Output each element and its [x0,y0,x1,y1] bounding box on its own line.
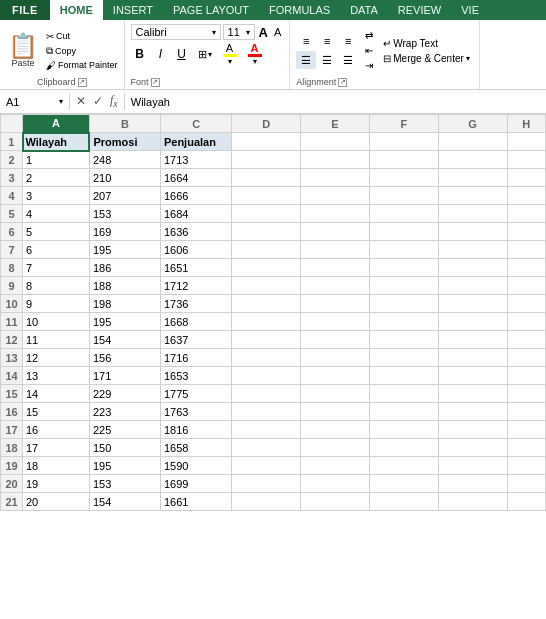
col-header-E[interactable]: E [301,115,370,133]
cell-F3[interactable] [369,169,438,187]
cell-G17[interactable] [438,421,507,439]
font-shrink-button[interactable]: A [272,26,283,38]
cell-B18[interactable]: 150 [89,439,160,457]
cell-F11[interactable] [369,313,438,331]
cell-G2[interactable] [438,151,507,169]
cell-F10[interactable] [369,295,438,313]
cell-C10[interactable]: 1736 [160,295,231,313]
cell-G5[interactable] [438,205,507,223]
cell-B2[interactable]: 248 [89,151,160,169]
cell-C19[interactable]: 1590 [160,457,231,475]
formula-content[interactable]: Wilayah [125,96,546,108]
cell-E9[interactable] [301,277,370,295]
copy-button[interactable]: ⧉ Copy [44,44,120,58]
border-button[interactable]: ⊞ ▾ [194,45,216,63]
row-header-7[interactable]: 7 [1,241,23,259]
cell-H1[interactable] [507,133,545,151]
row-header-12[interactable]: 12 [1,331,23,349]
row-header-8[interactable]: 8 [1,259,23,277]
bold-button[interactable]: B [131,45,149,63]
cell-D15[interactable] [232,385,301,403]
cell-F13[interactable] [369,349,438,367]
cell-A19[interactable]: 18 [23,457,90,475]
cell-D13[interactable] [232,349,301,367]
align-top-center[interactable]: ≡ [317,32,337,50]
cell-A3[interactable]: 2 [23,169,90,187]
cell-D19[interactable] [232,457,301,475]
clipboard-expand-icon[interactable]: ↗ [78,78,87,87]
font-size-dropdown[interactable]: 11 ▾ [223,24,255,40]
cell-F8[interactable] [369,259,438,277]
cell-A21[interactable]: 20 [23,493,90,511]
cell-G8[interactable] [438,259,507,277]
row-header-9[interactable]: 9 [1,277,23,295]
cell-C4[interactable]: 1666 [160,187,231,205]
cell-D4[interactable] [232,187,301,205]
cell-G21[interactable] [438,493,507,511]
row-header-16[interactable]: 16 [1,403,23,421]
align-middle-center[interactable]: ☰ [317,51,337,69]
cell-G1[interactable] [438,133,507,151]
align-middle-right[interactable]: ☰ [338,51,358,69]
cell-F9[interactable] [369,277,438,295]
cell-B4[interactable]: 207 [89,187,160,205]
cell-B15[interactable]: 229 [89,385,160,403]
cell-B6[interactable]: 169 [89,223,160,241]
cell-F7[interactable] [369,241,438,259]
cell-E15[interactable] [301,385,370,403]
cell-B17[interactable]: 225 [89,421,160,439]
cut-button[interactable]: ✂ Cut [44,30,120,43]
cell-H17[interactable] [507,421,545,439]
tab-home[interactable]: HOME [50,0,103,20]
cell-C15[interactable]: 1775 [160,385,231,403]
col-header-B[interactable]: B [89,115,160,133]
cell-A2[interactable]: 1 [23,151,90,169]
cell-C1[interactable]: Penjualan [160,133,231,151]
cell-H14[interactable] [507,367,545,385]
paste-button[interactable]: 📋 Paste [4,32,42,70]
merge-center-button[interactable]: ⊟ Merge & Center ▾ [380,52,473,65]
cell-H6[interactable] [507,223,545,241]
tab-review[interactable]: REVIEW [388,0,451,20]
row-header-10[interactable]: 10 [1,295,23,313]
row-header-15[interactable]: 15 [1,385,23,403]
cell-reference[interactable]: A1 ▾ [0,94,70,110]
cell-F17[interactable] [369,421,438,439]
font-name-dropdown[interactable]: Calibri ▾ [131,24,221,40]
cell-D18[interactable] [232,439,301,457]
cell-A18[interactable]: 17 [23,439,90,457]
cell-F14[interactable] [369,367,438,385]
cell-G4[interactable] [438,187,507,205]
cell-C21[interactable]: 1661 [160,493,231,511]
cell-C5[interactable]: 1684 [160,205,231,223]
cell-C14[interactable]: 1653 [160,367,231,385]
cell-B5[interactable]: 153 [89,205,160,223]
format-painter-button[interactable]: 🖌 Format Painter [44,59,120,72]
cell-F5[interactable] [369,205,438,223]
cell-E11[interactable] [301,313,370,331]
insert-function-button[interactable]: fx [108,93,120,109]
tab-formulas[interactable]: FORMULAS [259,0,340,20]
cell-C7[interactable]: 1606 [160,241,231,259]
cell-F12[interactable] [369,331,438,349]
cell-H4[interactable] [507,187,545,205]
col-header-F[interactable]: F [369,115,438,133]
indent-decrease-button[interactable]: ⇤ [362,44,376,57]
cell-E21[interactable] [301,493,370,511]
cell-A14[interactable]: 13 [23,367,90,385]
cell-C9[interactable]: 1712 [160,277,231,295]
cell-A15[interactable]: 14 [23,385,90,403]
row-header-18[interactable]: 18 [1,439,23,457]
col-header-D[interactable]: D [232,115,301,133]
row-header-6[interactable]: 6 [1,223,23,241]
cell-E10[interactable] [301,295,370,313]
cell-C3[interactable]: 1664 [160,169,231,187]
cell-E4[interactable] [301,187,370,205]
cell-A4[interactable]: 3 [23,187,90,205]
cell-H10[interactable] [507,295,545,313]
cell-D8[interactable] [232,259,301,277]
cell-H3[interactable] [507,169,545,187]
cell-D3[interactable] [232,169,301,187]
cell-B8[interactable]: 186 [89,259,160,277]
cell-G13[interactable] [438,349,507,367]
